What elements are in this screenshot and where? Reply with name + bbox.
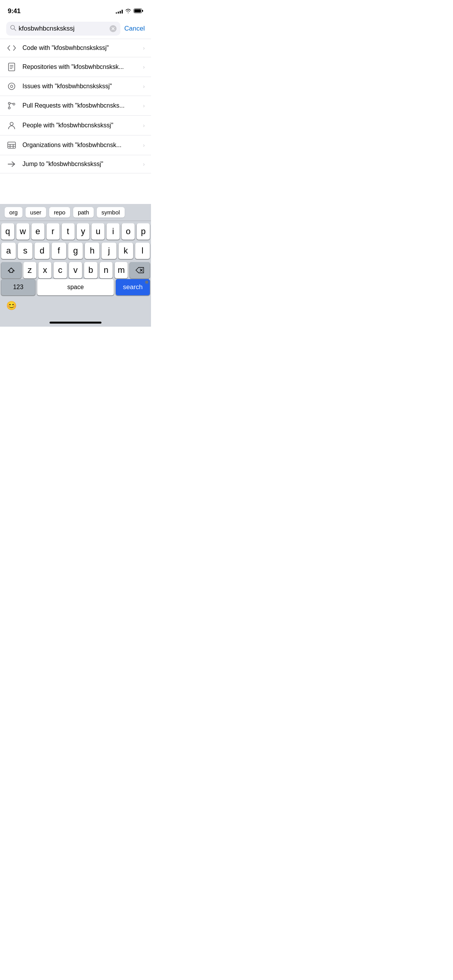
chevron-icon: › <box>143 64 145 70</box>
key-q[interactable]: q <box>1 223 14 240</box>
key-row-2: a s d f g h j k l <box>1 243 150 259</box>
key-a[interactable]: a <box>1 243 16 259</box>
status-time: 9:41 <box>8 7 21 15</box>
key-r[interactable]: r <box>46 223 60 240</box>
status-bar: 9:41 <box>0 0 151 19</box>
key-x[interactable]: x <box>38 262 51 278</box>
svg-point-12 <box>10 85 13 87</box>
search-input[interactable] <box>19 25 107 33</box>
result-label-people: People with "kfosbwhbcnskskssj" <box>22 122 137 129</box>
search-key[interactable]: search <box>116 279 150 295</box>
cancel-button[interactable]: Cancel <box>124 25 145 33</box>
backspace-key[interactable] <box>130 262 150 278</box>
shift-key[interactable] <box>1 262 21 278</box>
key-j[interactable]: j <box>101 243 116 259</box>
key-t[interactable]: t <box>62 223 75 240</box>
key-i[interactable]: i <box>106 223 120 240</box>
key-n[interactable]: n <box>100 262 113 278</box>
key-g[interactable]: g <box>68 243 83 259</box>
autocomplete-chip-path[interactable]: path <box>73 207 94 218</box>
result-label-organizations: Organizations with "kfosbwhbcnsk... <box>22 142 137 149</box>
key-k[interactable]: k <box>118 243 133 259</box>
status-icons <box>116 8 143 15</box>
battery-icon <box>134 8 143 15</box>
key-w[interactable]: w <box>16 223 29 240</box>
svg-line-4 <box>14 29 16 31</box>
chevron-icon: › <box>143 142 145 148</box>
chevron-icon: › <box>143 103 145 109</box>
arrow-icon <box>6 161 17 167</box>
result-item-pullrequests[interactable]: Pull Requests with "kfosbwhbcnsks... › <box>0 96 151 116</box>
autocomplete-row: org user repo path symbol <box>0 204 151 221</box>
chevron-icon: › <box>143 122 145 128</box>
key-v[interactable]: v <box>69 262 82 278</box>
result-item-people[interactable]: People with "kfosbwhbcnskskssj" › <box>0 116 151 135</box>
key-row-1: q w e r t y u i o p <box>1 223 150 240</box>
chevron-icon: › <box>143 83 145 89</box>
result-item-repositories[interactable]: Repositories with "kfosbwhbcnsksk... › <box>0 57 151 77</box>
keyboard: org user repo path symbol q w e r t y u … <box>0 204 151 327</box>
result-item-code[interactable]: Code with "kfosbwhbcnskskssj" › <box>0 39 151 57</box>
result-label-issues: Issues with "kfosbwhbcnskskssj" <box>22 83 137 90</box>
chevron-icon: › <box>143 45 145 51</box>
result-label-pullrequests: Pull Requests with "kfosbwhbcnsks... <box>22 102 137 109</box>
svg-rect-18 <box>8 142 15 148</box>
key-e[interactable]: e <box>31 223 45 240</box>
key-l[interactable]: l <box>135 243 150 259</box>
result-item-organizations[interactable]: Organizations with "kfosbwhbcnsk... › <box>0 135 151 155</box>
pullrequest-icon <box>6 101 17 110</box>
wifi-icon <box>125 8 131 15</box>
issue-icon <box>6 82 17 90</box>
search-bar: Cancel <box>0 19 151 39</box>
bottom-row: 123 space search <box>0 279 151 298</box>
chevron-icon: › <box>143 161 145 167</box>
search-input-wrapper[interactable] <box>6 22 120 36</box>
key-p[interactable]: p <box>137 223 150 240</box>
result-label-code: Code with "kfosbwhbcnskskssj" <box>22 45 137 51</box>
key-h[interactable]: h <box>85 243 100 259</box>
signal-icon <box>116 9 123 14</box>
result-label-repositories: Repositories with "kfosbwhbcnsksk... <box>22 63 137 70</box>
autocomplete-chip-symbol[interactable]: symbol <box>97 207 125 218</box>
key-s[interactable]: s <box>18 243 33 259</box>
svg-point-14 <box>9 107 10 109</box>
code-icon <box>6 45 17 51</box>
result-item-jumpto[interactable]: Jump to "kfosbwhbcnskskssj" › <box>0 155 151 173</box>
result-label-jumpto: Jump to "kfosbwhbcnskskssj" <box>22 161 137 168</box>
key-space[interactable]: space <box>37 279 114 295</box>
mic-dot <box>145 281 148 284</box>
key-d[interactable]: d <box>34 243 49 259</box>
svg-rect-2 <box>134 9 141 12</box>
person-icon <box>6 121 17 130</box>
svg-point-11 <box>9 83 15 90</box>
key-z[interactable]: z <box>23 262 36 278</box>
clear-button[interactable] <box>110 25 117 32</box>
key-row-3: z x c v b n m <box>1 262 150 278</box>
svg-rect-1 <box>142 10 143 12</box>
key-o[interactable]: o <box>122 223 135 240</box>
org-icon <box>6 141 17 149</box>
repo-icon <box>6 63 17 71</box>
key-c[interactable]: c <box>53 262 67 278</box>
key-123[interactable]: 123 <box>1 279 35 295</box>
key-y[interactable]: y <box>77 223 90 240</box>
emoji-button[interactable]: 😊 <box>6 301 17 311</box>
search-results-list: Code with "kfosbwhbcnskskssj" › Reposito… <box>0 39 151 173</box>
key-u[interactable]: u <box>91 223 105 240</box>
autocomplete-chip-repo[interactable]: repo <box>49 207 70 218</box>
key-f[interactable]: f <box>51 243 66 259</box>
key-m[interactable]: m <box>115 262 128 278</box>
autocomplete-chip-org[interactable]: org <box>5 207 22 218</box>
result-item-issues[interactable]: Issues with "kfosbwhbcnskskssj" › <box>0 77 151 96</box>
emoji-row: 😊 <box>0 298 151 322</box>
search-icon <box>10 25 16 33</box>
key-b[interactable]: b <box>84 262 97 278</box>
svg-point-17 <box>10 122 13 125</box>
keyboard-rows: q w e r t y u i o p a s d f g h j k l <box>0 221 151 279</box>
autocomplete-chip-user[interactable]: user <box>26 207 46 218</box>
